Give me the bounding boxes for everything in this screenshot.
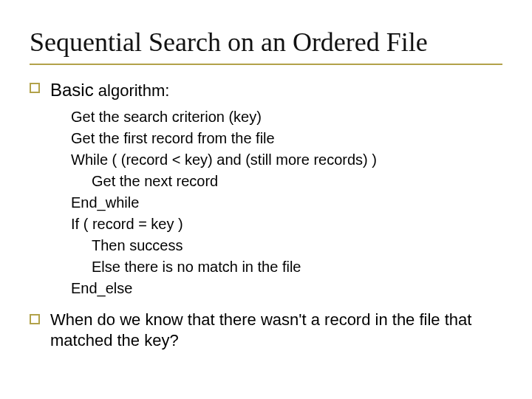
algorithm-block: Get the search criterion (key) Get the f… bbox=[71, 106, 502, 299]
bullet1-strong: Basic bbox=[50, 80, 94, 100]
algo-line: Get the search criterion (key) bbox=[71, 106, 502, 128]
bullet-item-1: Basic algorithm: bbox=[30, 78, 502, 102]
slide-title: Sequential Search on an Ordered File bbox=[30, 27, 502, 65]
algo-line: Then success bbox=[71, 235, 502, 256]
bullet-text-1: Basic algorithm: bbox=[50, 78, 169, 102]
bullet1-rest: algorithm: bbox=[94, 81, 170, 100]
algo-line: Get the first record from the file bbox=[71, 128, 502, 149]
algo-line: End_else bbox=[71, 278, 502, 299]
algo-line: Get the next record bbox=[71, 171, 502, 192]
algo-line: If ( record = key ) bbox=[71, 214, 502, 235]
slide: Sequential Search on an Ordered File Bas… bbox=[0, 0, 532, 399]
square-bullet-icon bbox=[30, 83, 40, 93]
algo-line: While ( (record < key) and (still more r… bbox=[71, 149, 502, 171]
bullet-item-2: When do we know that there wasn't a reco… bbox=[30, 310, 502, 352]
algo-line: Else there is no match in the file bbox=[71, 256, 502, 278]
bullet-text-2: When do we know that there wasn't a reco… bbox=[50, 310, 502, 352]
square-bullet-icon bbox=[30, 314, 40, 324]
algo-line: End_while bbox=[71, 192, 502, 214]
